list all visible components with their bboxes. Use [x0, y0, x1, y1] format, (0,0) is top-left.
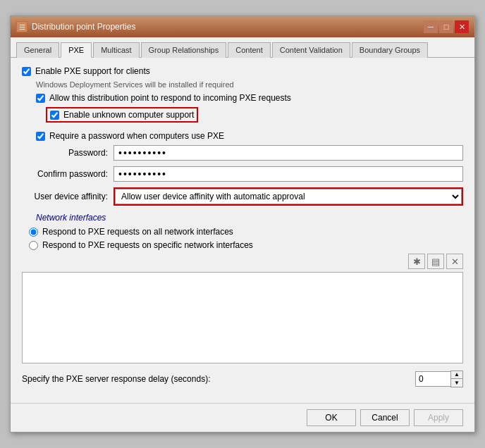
user-device-affinity-label: User device affinity: — [22, 192, 113, 201]
confirm-password-row: Confirm password: — [22, 166, 463, 182]
delay-row: Specify the PXE server response delay (s… — [22, 371, 463, 387]
enable-pxe-label: Enable PXE support for clients — [35, 66, 150, 76]
radio-specific-interfaces-row: Respond to PXE requests on specific netw… — [22, 240, 463, 250]
radio-all-interfaces-label: Respond to PXE requests on all network i… — [42, 227, 233, 237]
password-label: Password: — [22, 148, 113, 158]
enable-unknown-highlight: Enable unknown computer support — [46, 107, 198, 123]
edit-toolbar-button[interactable]: ▤ — [427, 254, 444, 269]
delay-spinner-wrapper: 0 ▲ ▼ — [415, 371, 463, 387]
title-bar: ☰ Distribution point Properties ─ □ ✕ — [11, 16, 474, 37]
title-buttons: ─ □ ✕ — [424, 20, 469, 33]
close-button[interactable]: ✕ — [455, 20, 469, 33]
password-input[interactable] — [113, 145, 463, 161]
minimize-button[interactable]: ─ — [424, 20, 438, 33]
tab-content-validation[interactable]: Content Validation — [272, 42, 350, 58]
allow-respond-checkbox[interactable] — [36, 94, 45, 103]
delay-input[interactable]: 0 — [415, 371, 450, 387]
user-device-affinity-select[interactable]: Do not use user device affinity Allow us… — [115, 189, 462, 204]
wds-info-text: Windows Deployment Services will be inst… — [22, 80, 463, 89]
user-device-affinity-wrapper: Do not use user device affinity Allow us… — [113, 187, 463, 206]
tab-bar: General PXE Multicast Group Relationship… — [11, 37, 474, 58]
user-device-affinity-row: User device affinity: Do not use user de… — [22, 187, 463, 206]
require-password-row: Require a password when computers use PX… — [22, 131, 463, 141]
tab-pxe[interactable]: PXE — [61, 42, 92, 58]
radio-all-interfaces-row: Respond to PXE requests on all network i… — [22, 227, 463, 237]
enable-unknown-label: Enable unknown computer support — [63, 110, 194, 120]
spinner-down-button[interactable]: ▼ — [451, 379, 462, 387]
toolbar-row: ✱ ▤ ✕ — [22, 254, 463, 269]
maximize-button[interactable]: □ — [439, 20, 453, 33]
title-bar-left: ☰ Distribution point Properties — [16, 21, 135, 32]
delete-toolbar-button[interactable]: ✕ — [446, 254, 463, 269]
main-window: ☰ Distribution point Properties ─ □ ✕ Ge… — [10, 15, 475, 433]
confirm-password-input[interactable] — [113, 166, 463, 182]
tab-boundary-groups[interactable]: Boundary Groups — [352, 42, 428, 58]
tab-group-relationships[interactable]: Group Relationships — [141, 42, 227, 58]
app-icon: ☰ — [16, 21, 27, 32]
add-toolbar-button[interactable]: ✱ — [408, 254, 425, 269]
enable-unknown-wrapper: Enable unknown computer support — [22, 107, 463, 127]
spinner-up-button[interactable]: ▲ — [451, 371, 462, 379]
radio-all-interfaces[interactable] — [29, 228, 38, 237]
interfaces-list — [22, 272, 463, 363]
confirm-password-label: Confirm password: — [22, 169, 113, 179]
enable-pxe-checkbox[interactable] — [22, 67, 31, 76]
apply-button[interactable]: Apply — [414, 409, 463, 426]
enable-unknown-checkbox[interactable] — [50, 111, 59, 120]
tab-multicast[interactable]: Multicast — [93, 42, 139, 58]
allow-respond-label: Allow this distribution point to respond… — [49, 93, 291, 103]
delay-label: Specify the PXE server response delay (s… — [22, 374, 415, 384]
tab-content-area: Enable PXE support for clients Windows D… — [11, 58, 474, 403]
tab-content[interactable]: Content — [228, 42, 271, 58]
cancel-button[interactable]: Cancel — [360, 409, 410, 426]
radio-specific-interfaces[interactable] — [29, 241, 38, 250]
dialog-buttons: OK Cancel Apply — [11, 403, 474, 432]
tab-general[interactable]: General — [16, 42, 59, 58]
radio-specific-interfaces-label: Respond to PXE requests on specific netw… — [42, 240, 253, 250]
enable-pxe-row: Enable PXE support for clients — [22, 66, 463, 76]
require-password-label: Require a password when computers use PX… — [49, 131, 224, 141]
allow-respond-row: Allow this distribution point to respond… — [22, 93, 463, 103]
ok-button[interactable]: OK — [307, 409, 356, 426]
window-title: Distribution point Properties — [32, 22, 135, 32]
spinner-buttons: ▲ ▼ — [450, 371, 463, 387]
require-password-checkbox[interactable] — [36, 132, 45, 141]
password-row: Password: — [22, 145, 463, 161]
network-interfaces-label: Network interfaces — [22, 213, 463, 223]
